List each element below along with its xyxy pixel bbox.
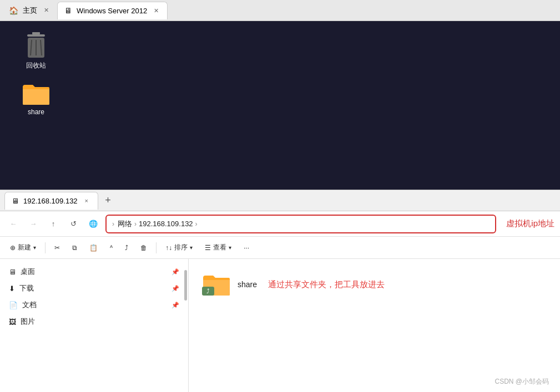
sidebar-pin-documents: 📌 (171, 302, 179, 309)
desktop-icon-recycle[interactable]: 回收站 (17, 32, 56, 70)
share-button[interactable]: ⤴ (120, 242, 133, 254)
copy-button[interactable]: ⧉ (68, 242, 82, 254)
up-button[interactable]: ↑ (46, 216, 61, 232)
explorer-tab-bar: 🖥 192.168.109.132 × + (0, 190, 560, 211)
sidebar-pin-download: 📌 (171, 285, 179, 292)
sidebar-download-label: 下载 (19, 283, 34, 293)
address-annotation: 虚拟机ip地址 (506, 218, 554, 229)
sort-icon: ↑↓ (165, 244, 172, 252)
file-explorer-window: 🖥 192.168.109.132 × + ← → ↑ ↺ 🌐 › 网络 › 1… (0, 190, 560, 392)
globe-button[interactable]: 🌐 (85, 216, 101, 232)
tab-vm-label: Windows Server 2012 (77, 7, 147, 15)
explorer-tab-close[interactable]: × (82, 196, 91, 205)
refresh-icon: ↺ (70, 220, 77, 228)
rename-button[interactable]: ᴬ (105, 242, 117, 254)
new-icon: ⊕ (10, 244, 16, 252)
recycle-bin-label: 回收站 (26, 61, 46, 70)
sidebar-desktop-label: 桌面 (21, 267, 35, 277)
tab-home-close[interactable]: ✕ (42, 6, 51, 15)
vm-tab-icon: 🖥 (64, 6, 72, 15)
share-annotation: 通过共享文件夹，把工具放进去 (268, 279, 385, 290)
up-icon: ↑ (52, 220, 56, 228)
paste-button[interactable]: 📋 (85, 242, 102, 254)
browser-tab-bar: 🏠 主页 ✕ 🖥 Windows Server 2012 ✕ (0, 0, 560, 21)
address-chevron-right: › (112, 220, 114, 228)
address-bar: ← → ↑ ↺ 🌐 › 网络 › 192.168.109.132 › 虚拟机ip… (0, 211, 560, 237)
explorer-tab-icon: 🖥 (12, 197, 19, 205)
explorer-main: 🖥 桌面 📌 ⬇ 下载 📌 📄 文档 📌 🖼 图片 (0, 259, 560, 392)
breadcrumb-sep-1: › (134, 220, 137, 228)
csdn-watermark-text: CSDN @小邹会码 (495, 378, 549, 385)
desktop-icon-share[interactable]: share (17, 82, 56, 116)
content-share-folder-icon: ⤴ (202, 272, 231, 297)
address-breadcrumb: 网络 › 192.168.109.132 › (118, 219, 198, 229)
refresh-button[interactable]: ↺ (65, 216, 81, 232)
view-label: 查看 (213, 243, 226, 252)
tab-vm[interactable]: 🖥 Windows Server 2012 ✕ (57, 2, 168, 19)
breadcrumb-ip: 192.168.109.132 (139, 220, 193, 228)
copy-icon: ⧉ (72, 244, 77, 252)
desktop-sidebar-icon: 🖥 (9, 268, 16, 276)
more-icon: ··· (244, 244, 249, 252)
sidebar-item-download[interactable]: ⬇ 下载 📌 (0, 280, 188, 297)
cut-button[interactable]: ✂ (50, 242, 64, 254)
sidebar-item-documents[interactable]: 📄 文档 📌 (0, 297, 188, 313)
new-button[interactable]: ⊕ 新建 ▾ (6, 241, 41, 254)
sort-button[interactable]: ↑↓ 排序 ▾ (161, 241, 197, 254)
view-icon: ☰ (205, 244, 211, 252)
breadcrumb-sep-2: › (195, 220, 198, 228)
view-button[interactable]: ☰ 查看 ▾ (200, 241, 236, 254)
share-folder-label: share (28, 108, 44, 116)
svg-rect-0 (27, 34, 45, 37)
toolbar-sep-2 (156, 242, 157, 253)
sidebar-item-pictures[interactable]: 🖼 图片 (0, 313, 188, 330)
tab-vm-close[interactable]: ✕ (152, 6, 160, 15)
tab-home-label: 主页 (23, 6, 37, 16)
explorer-tab-label: 192.168.109.132 (23, 197, 78, 205)
delete-icon: 🗑 (140, 244, 147, 252)
explorer-tab-main[interactable]: 🖥 192.168.109.132 × (4, 192, 98, 210)
new-label: 新建 (18, 243, 31, 252)
globe-icon: 🌐 (89, 220, 98, 228)
sidebar-pictures-label: 图片 (21, 317, 35, 327)
tab-home[interactable]: 🏠 主页 ✕ (2, 2, 57, 19)
sidebar-item-desktop[interactable]: 🖥 桌面 📌 (0, 263, 188, 280)
toolbar: ⊕ 新建 ▾ ✂ ⧉ 📋 ᴬ ⤴ 🗑 ↑↓ 排序 ▾ ☰ 查 (0, 237, 560, 259)
address-box[interactable]: › 网络 › 192.168.109.132 › (105, 215, 496, 233)
recycle-bin-icon (24, 32, 48, 59)
download-sidebar-icon: ⬇ (9, 284, 15, 293)
share-icon: ⤴ (125, 244, 128, 252)
more-button[interactable]: ··· (239, 242, 254, 254)
forward-button[interactable]: → (26, 216, 41, 232)
sidebar-scrollbar[interactable] (184, 270, 187, 301)
back-button[interactable]: ← (6, 216, 21, 232)
content-area: ⤴ share 通过共享文件夹，把工具放进去 (189, 259, 560, 392)
sort-label: 排序 (174, 243, 188, 252)
paste-icon: 📋 (89, 244, 98, 252)
documents-sidebar-icon: 📄 (9, 301, 18, 309)
share-folder-icon (22, 82, 51, 106)
pictures-sidebar-icon: 🖼 (9, 318, 16, 326)
sidebar-pin-desktop: 📌 (171, 268, 179, 276)
sidebar-documents-label: 文档 (22, 300, 37, 310)
breadcrumb-network: 网络 (118, 219, 132, 229)
rename-icon: ᴬ (110, 244, 113, 252)
content-item-share[interactable]: ⤴ share 通过共享文件夹，把工具放进去 (198, 268, 551, 301)
view-chevron: ▾ (229, 245, 231, 251)
new-chevron: ▾ (33, 245, 36, 251)
svg-rect-1 (32, 32, 40, 34)
svg-text:⤴: ⤴ (206, 288, 210, 294)
sort-chevron: ▾ (190, 245, 193, 251)
cut-icon: ✂ (54, 244, 60, 252)
content-share-label: share (238, 280, 257, 289)
explorer-tab-add[interactable]: + (100, 193, 116, 208)
home-icon: 🏠 (9, 6, 18, 15)
sidebar: 🖥 桌面 📌 ⬇ 下载 📌 📄 文档 📌 🖼 图片 (0, 259, 189, 392)
delete-button[interactable]: 🗑 (136, 242, 152, 254)
csdn-watermark: CSDN @小邹会码 (495, 377, 549, 386)
forward-icon: → (30, 220, 37, 228)
back-icon: ← (10, 220, 17, 228)
toolbar-sep-1 (45, 242, 46, 253)
